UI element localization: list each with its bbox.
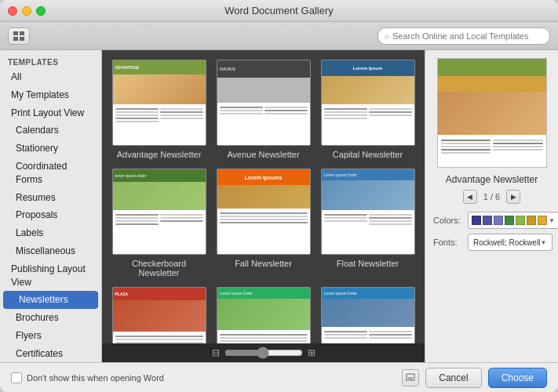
window-title: Word Document Gallery — [224, 5, 333, 16]
sidebar-item-labels[interactable]: Labels — [0, 224, 101, 242]
main-area: TEMPLATES All My Templates Print Layout … — [0, 50, 558, 362]
gallery-label-capital: Capital Newsletter — [333, 150, 403, 159]
maximize-button[interactable] — [36, 6, 46, 16]
sidebar-item-my-templates[interactable]: My Templates — [0, 86, 101, 104]
fonts-value: Rockwell; Rockwell — [473, 238, 541, 247]
color-swatch-2 — [483, 216, 492, 225]
preview-options: Colors: ▼ Fonts: Rockwel — [433, 212, 550, 256]
gallery-label-float: Float Newsletter — [337, 259, 399, 268]
sidebar-item-proposals[interactable]: Proposals — [0, 206, 101, 224]
traffic-lights — [8, 6, 46, 16]
footer: Don't show this when opening Word Cancel… — [0, 362, 558, 392]
gallery-item-avenue[interactable]: AVENUE Avenue Newsletter — [216, 60, 311, 159]
gallery-item-checkerboard[interactable]: lorem ipsum dolor Checkerboard Newslette… — [111, 169, 206, 278]
window: Word Document Gallery ⌕ TEMPLATES All My… — [0, 0, 558, 392]
svg-rect-5 — [408, 377, 413, 380]
footer-actions: Cancel Choose — [402, 368, 547, 388]
search-input[interactable] — [392, 31, 543, 41]
gallery-label-avenue: Avenue Newsletter — [227, 150, 299, 159]
color-swatch-3 — [494, 216, 503, 225]
sidebar-item-miscellaneous[interactable]: Miscellaneous — [0, 242, 101, 260]
colors-dropdown-arrow: ▼ — [549, 217, 555, 224]
gallery-thumb-realestate: Lorem Ipsum Dolor — [217, 287, 311, 343]
gallery-thumb-advantage: ADVANTAGE — [112, 60, 206, 146]
search-icon: ⌕ — [385, 31, 389, 40]
dont-show-checkbox[interactable] — [11, 372, 22, 383]
minimize-button[interactable] — [22, 6, 31, 16]
sidebar-section-header: TEMPLATES — [0, 55, 101, 68]
zoom-out-icon: ⊟ — [212, 347, 220, 358]
gallery-bottom-bar: ⊟ ⊞ — [102, 343, 425, 362]
gallery-item-capital[interactable]: Lorem Ipsum Capital Newsletter — [320, 60, 415, 159]
footer-icon-button[interactable] — [402, 369, 419, 387]
svg-rect-2 — [13, 37, 18, 41]
colors-row: Colors: ▼ — [433, 212, 550, 229]
sidebar-item-brochures[interactable]: Brochures — [0, 309, 101, 327]
preview-image — [437, 58, 547, 168]
color-swatch-1 — [472, 216, 481, 225]
sidebar-item-stationery[interactable]: Stationery — [0, 140, 101, 158]
choose-button[interactable]: Choose — [488, 368, 547, 388]
gallery-thumb-checkerboard: lorem ipsum dolor — [112, 169, 206, 255]
zoom-slider[interactable] — [224, 347, 303, 359]
gallery-grid: ADVANTAGE Advantage Newsletter — [102, 50, 425, 343]
gallery-thumb-float: Lorem Ipsum Dolor — [321, 169, 415, 255]
preview-panel: Advantage Newsletter ◀ 1 / 6 ▶ Colors: — [425, 50, 558, 362]
colors-picker[interactable]: ▼ — [468, 212, 558, 229]
gallery-item-plaza[interactable]: PLAZA Plaza Newsletter — [111, 287, 206, 343]
close-button[interactable] — [8, 6, 17, 16]
color-swatch-5 — [516, 216, 525, 225]
fonts-select[interactable]: Rockwell; Rockwell ▼ — [468, 234, 553, 251]
sidebar-item-coordinated-forms[interactable]: Coordinated Forms — [0, 158, 101, 189]
gallery-label-advantage: Advantage Newsletter — [117, 150, 202, 159]
sidebar-item-flyers[interactable]: Flyers — [0, 327, 101, 345]
gallery-label-fall: Fall Newsletter — [235, 259, 292, 268]
gallery-item-revolution[interactable]: Lorem Ipsum Dolor Revolution Newsletter — [320, 287, 415, 343]
sidebar-item-all[interactable]: All — [0, 68, 101, 86]
fonts-dropdown-arrow: ▼ — [541, 239, 547, 246]
sidebar: TEMPLATES All My Templates Print Layout … — [0, 50, 102, 362]
gallery-item-fall[interactable]: Lorem Ipsums Fall Newsletter — [216, 169, 311, 278]
gallery-item-float[interactable]: Lorem Ipsum Dolor Float Newsletter — [320, 169, 415, 278]
sidebar-item-newsletters[interactable]: Newsletters — [3, 291, 98, 309]
gallery-thumb-plaza: PLAZA — [112, 287, 206, 343]
fonts-row: Fonts: Rockwell; Rockwell ▼ — [433, 234, 550, 251]
color-swatch-7 — [538, 216, 547, 225]
color-swatch-6 — [527, 216, 536, 225]
sidebar-item-certificates[interactable]: Certificates — [0, 345, 101, 362]
gallery-item-advantage[interactable]: ADVANTAGE Advantage Newsletter — [111, 60, 206, 159]
sidebar-item-publishing-layout[interactable]: Publishing Layout View — [0, 260, 101, 292]
preview-prev-button[interactable]: ◀ — [463, 190, 477, 204]
sidebar-item-resumes[interactable]: Resumes — [0, 189, 101, 207]
gallery-thumb-revolution: Lorem Ipsum Dolor — [321, 287, 415, 343]
gallery-item-realestate[interactable]: Lorem Ipsum Dolor Real Estate Newsletter — [216, 287, 311, 343]
preview-nav-counter: 1 / 6 — [483, 192, 500, 201]
svg-rect-3 — [20, 37, 24, 41]
view-toggle-button[interactable] — [8, 27, 30, 45]
toolbar: ⌕ — [0, 22, 558, 50]
svg-rect-0 — [13, 31, 18, 35]
svg-rect-1 — [20, 31, 24, 35]
gallery-thumb-capital: Lorem Ipsum — [321, 60, 415, 146]
cancel-button[interactable]: Cancel — [425, 368, 481, 388]
zoom-in-icon: ⊞ — [308, 347, 315, 358]
preview-next-button[interactable]: ▶ — [506, 190, 520, 204]
sidebar-item-calendars[interactable]: Calendars — [0, 122, 101, 140]
preview-nav: ◀ 1 / 6 ▶ — [463, 190, 520, 204]
preview-title: Advantage Newsletter — [446, 174, 538, 185]
gallery-content: ADVANTAGE Advantage Newsletter — [102, 50, 425, 362]
dont-show-label: Don't show this when opening Word — [27, 373, 164, 383]
color-swatch-4 — [505, 216, 514, 225]
title-bar: Word Document Gallery — [0, 0, 558, 22]
gallery-thumb-avenue: AVENUE — [217, 60, 311, 146]
fonts-label: Fonts: — [433, 238, 463, 247]
gallery-thumb-fall: Lorem Ipsums — [217, 169, 311, 255]
colors-label: Colors: — [433, 216, 463, 225]
gallery-label-checkerboard: Checkerboard Newsletter — [111, 259, 206, 278]
sidebar-item-print-layout[interactable]: Print Layout View — [0, 104, 101, 122]
search-field[interactable]: ⌕ — [377, 27, 550, 45]
